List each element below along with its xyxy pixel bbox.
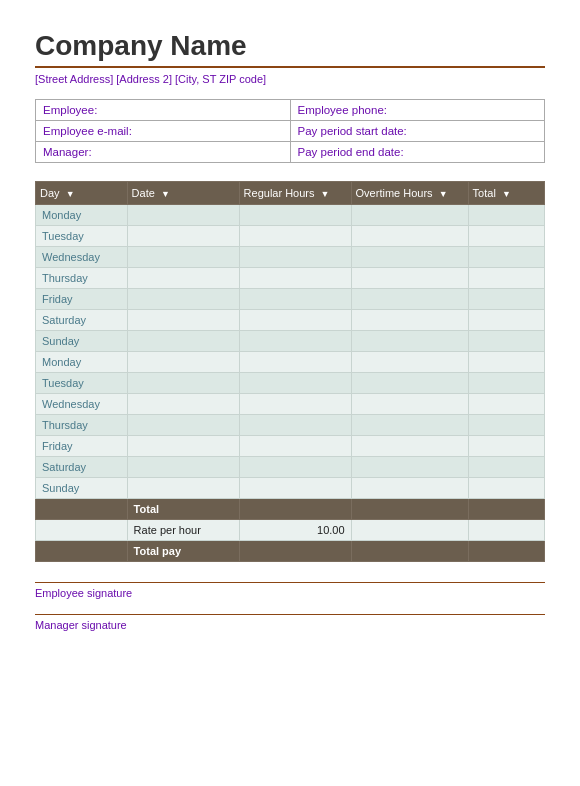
day-cell: Thursday (36, 268, 128, 289)
total-cell[interactable] (468, 436, 544, 457)
date-cell[interactable] (127, 310, 239, 331)
day-dropdown-icon[interactable]: ▼ (66, 189, 75, 199)
regular-hours-cell[interactable] (239, 457, 351, 478)
timesheet-table: Day ▼ Date ▼ Regular Hours ▼ Overtime Ho… (35, 181, 545, 562)
table-row: Saturday (36, 457, 545, 478)
total-row: Total (36, 499, 545, 520)
info-table: Employee: Employee phone: Employee e-mai… (35, 99, 545, 163)
totalpay-empty-day (36, 541, 128, 562)
regular-hours-cell[interactable] (239, 373, 351, 394)
table-row: Wednesday (36, 247, 545, 268)
date-cell[interactable] (127, 436, 239, 457)
header-regular-hours[interactable]: Regular Hours ▼ (239, 182, 351, 205)
total-cell[interactable] (468, 247, 544, 268)
total-cell[interactable] (468, 373, 544, 394)
overtime-hours-cell[interactable] (351, 436, 468, 457)
manager-signature-line: Manager signature (35, 614, 545, 632)
date-cell[interactable] (127, 247, 239, 268)
regular-hours-cell[interactable] (239, 226, 351, 247)
table-row: Tuesday (36, 373, 545, 394)
total-regular (239, 499, 351, 520)
date-cell[interactable] (127, 289, 239, 310)
total-overtime (351, 499, 468, 520)
regular-hours-cell[interactable] (239, 205, 351, 226)
date-cell[interactable] (127, 373, 239, 394)
overtime-hours-cell[interactable] (351, 226, 468, 247)
totalpay-total (468, 541, 544, 562)
date-dropdown-icon[interactable]: ▼ (161, 189, 170, 199)
day-cell: Friday (36, 436, 128, 457)
total-cell[interactable] (468, 205, 544, 226)
date-cell[interactable] (127, 205, 239, 226)
day-cell: Sunday (36, 478, 128, 499)
overtime-hours-cell[interactable] (351, 478, 468, 499)
overtime-hours-cell[interactable] (351, 373, 468, 394)
overtime-hours-cell[interactable] (351, 331, 468, 352)
regular-hours-cell[interactable] (239, 268, 351, 289)
rate-total (468, 520, 544, 541)
table-row: Saturday (36, 310, 545, 331)
employee-signature-line: Employee signature (35, 582, 545, 600)
overtime-hours-cell[interactable] (351, 205, 468, 226)
total-total (468, 499, 544, 520)
day-cell: Sunday (36, 331, 128, 352)
table-row: Monday (36, 352, 545, 373)
date-cell[interactable] (127, 352, 239, 373)
overtime-dropdown-icon[interactable]: ▼ (439, 189, 448, 199)
overtime-hours-cell[interactable] (351, 457, 468, 478)
table-row: Sunday (36, 331, 545, 352)
rate-overtime (351, 520, 468, 541)
total-cell[interactable] (468, 331, 544, 352)
total-cell[interactable] (468, 352, 544, 373)
manager-label: Manager: (36, 142, 291, 163)
employee-label: Employee: (36, 100, 291, 121)
date-cell[interactable] (127, 394, 239, 415)
header-day[interactable]: Day ▼ (36, 182, 128, 205)
regular-hours-cell[interactable] (239, 310, 351, 331)
day-cell: Saturday (36, 457, 128, 478)
regular-hours-cell[interactable] (239, 289, 351, 310)
table-row: Thursday (36, 268, 545, 289)
date-cell[interactable] (127, 415, 239, 436)
regular-hours-cell[interactable] (239, 352, 351, 373)
total-dropdown-icon[interactable]: ▼ (502, 189, 511, 199)
day-cell: Thursday (36, 415, 128, 436)
regular-hours-cell[interactable] (239, 247, 351, 268)
total-cell[interactable] (468, 310, 544, 331)
date-cell[interactable] (127, 331, 239, 352)
total-cell[interactable] (468, 289, 544, 310)
regular-dropdown-icon[interactable]: ▼ (321, 189, 330, 199)
total-label: Total (127, 499, 239, 520)
overtime-hours-cell[interactable] (351, 394, 468, 415)
pay-period-start-label: Pay period start date: (290, 121, 545, 142)
rate-per-hour-row: Rate per hour 10.00 (36, 520, 545, 541)
date-cell[interactable] (127, 478, 239, 499)
total-cell[interactable] (468, 478, 544, 499)
rate-value[interactable]: 10.00 (239, 520, 351, 541)
overtime-hours-cell[interactable] (351, 247, 468, 268)
regular-hours-cell[interactable] (239, 436, 351, 457)
header-date[interactable]: Date ▼ (127, 182, 239, 205)
regular-hours-cell[interactable] (239, 415, 351, 436)
date-cell[interactable] (127, 457, 239, 478)
total-cell[interactable] (468, 394, 544, 415)
regular-hours-cell[interactable] (239, 331, 351, 352)
overtime-hours-cell[interactable] (351, 310, 468, 331)
overtime-hours-cell[interactable] (351, 268, 468, 289)
total-cell[interactable] (468, 415, 544, 436)
regular-hours-cell[interactable] (239, 478, 351, 499)
total-cell[interactable] (468, 226, 544, 247)
overtime-hours-cell[interactable] (351, 415, 468, 436)
company-divider (35, 66, 545, 68)
totalpay-regular (239, 541, 351, 562)
header-overtime-hours[interactable]: Overtime Hours ▼ (351, 182, 468, 205)
overtime-hours-cell[interactable] (351, 352, 468, 373)
date-cell[interactable] (127, 226, 239, 247)
total-cell[interactable] (468, 268, 544, 289)
overtime-hours-cell[interactable] (351, 289, 468, 310)
total-cell[interactable] (468, 457, 544, 478)
day-cell: Tuesday (36, 226, 128, 247)
regular-hours-cell[interactable] (239, 394, 351, 415)
date-cell[interactable] (127, 268, 239, 289)
header-total[interactable]: Total ▼ (468, 182, 544, 205)
